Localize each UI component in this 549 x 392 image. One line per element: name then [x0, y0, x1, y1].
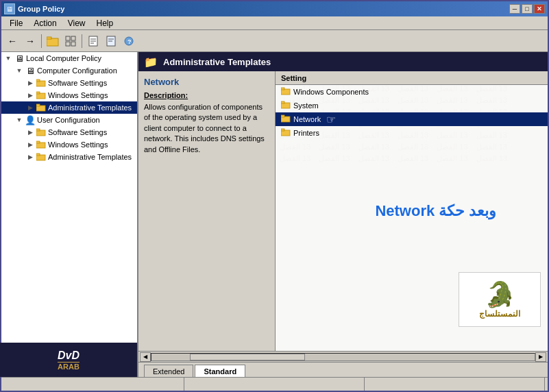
scroll-thumb[interactable]	[190, 354, 305, 360]
maximize-button[interactable]: □	[522, 4, 533, 14]
back-button[interactable]: ←	[4, 33, 21, 49]
titlebar-icon: 🖥	[4, 3, 15, 14]
titlebar-left: 🖥 Group Policy	[4, 3, 64, 14]
expander-user[interactable]: ▼	[14, 114, 25, 125]
svg-rect-32	[281, 115, 284, 117]
svg-rect-20	[36, 104, 40, 106]
svg-rect-0	[47, 38, 58, 46]
menu-action[interactable]: Action	[28, 17, 62, 29]
grid-button[interactable]	[62, 33, 79, 49]
icon-local: 🖥	[14, 53, 25, 64]
expander-comp-config[interactable]: ▼	[14, 65, 25, 76]
cursor-icon: ☞	[326, 113, 336, 126]
label-admin: Administrative Templates	[47, 103, 132, 112]
tab-standard[interactable]: Standard	[195, 365, 245, 377]
toolbar: ← → ?	[1, 30, 548, 52]
tab-bar: Extended Standard	[138, 362, 548, 377]
svg-rect-1	[47, 37, 51, 39]
label-user-soft: Software Settings	[47, 128, 107, 136]
logo-arabic-text: النمستلساج	[479, 309, 520, 319]
expander-admin[interactable]: ▶	[25, 102, 36, 113]
icon-win	[36, 90, 47, 101]
header-panel: 📁 Administrative Templates	[138, 52, 548, 71]
list-item-printers[interactable]: Printers	[276, 126, 548, 140]
list-item-windows-components[interactable]: Windows Components	[276, 85, 548, 99]
label-win: Windows Settings	[47, 91, 108, 99]
scroll-left[interactable]: ◀	[140, 352, 151, 362]
svg-rect-34	[281, 129, 284, 131]
label-soft: Software Settings	[47, 79, 107, 87]
folder-button[interactable]	[45, 33, 61, 49]
label-printers: Printers	[293, 129, 319, 137]
svg-rect-2	[66, 36, 70, 40]
expander-user-soft[interactable]: ▶	[25, 127, 36, 138]
forward-button[interactable]: →	[22, 33, 38, 49]
desc-text: Allows configuration of components of th…	[144, 102, 269, 155]
svg-text:?: ?	[127, 38, 132, 45]
logo-panel: 🐊 النمستلساج	[459, 272, 541, 327]
properties-button[interactable]	[103, 33, 119, 49]
brand-panel: DvD ARAB	[1, 343, 137, 377]
list-item-system[interactable]: System	[276, 99, 548, 112]
scrollbar: ◀ ▶	[138, 351, 548, 362]
expander-user-admin[interactable]: ▶	[25, 151, 36, 162]
svg-rect-4	[66, 42, 70, 46]
label-user: User Configuration	[36, 116, 100, 124]
scroll-track[interactable]	[151, 353, 535, 361]
tree-item-admin-templates[interactable]: ▶ Administrative Templates	[1, 101, 137, 114]
menu-file[interactable]: File	[4, 17, 28, 29]
tree-item-user-soft[interactable]: ▶ Software Settings	[1, 126, 137, 138]
tree-item-comp-config[interactable]: ▼ 🖥 Computer Configuration	[1, 64, 137, 77]
minimize-button[interactable]: ─	[509, 4, 520, 14]
svg-rect-22	[36, 129, 40, 131]
content-area: Network Description: Allows configuratio…	[138, 71, 548, 351]
menu-help[interactable]: Help	[91, 17, 119, 29]
expander-local[interactable]: ▼	[3, 53, 14, 64]
brand-content: DvD ARAB	[58, 350, 80, 371]
menubar: File Action View Help	[1, 16, 548, 30]
tree-item-user-admin[interactable]: ▶ Administrative Templates	[1, 151, 137, 163]
icon-admin	[36, 102, 47, 113]
expander-win[interactable]: ▶	[25, 90, 36, 101]
icon-system	[281, 100, 291, 111]
svg-rect-26	[36, 154, 40, 156]
icon-user-soft	[36, 127, 47, 138]
svg-rect-3	[71, 36, 75, 40]
icon-user-win	[36, 139, 47, 150]
close-button[interactable]: ✕	[534, 4, 545, 14]
svg-rect-5	[71, 42, 75, 46]
tree-item-user-config[interactable]: ▼ 👤 User Configuration	[1, 114, 137, 126]
titlebar-buttons: ─ □ ✕	[509, 4, 545, 14]
svg-rect-18	[36, 92, 40, 94]
label-network: Network	[293, 115, 321, 123]
right-pane: 📁 Administrative Templates Network Descr…	[138, 52, 548, 377]
croc-icon: 🐊	[485, 280, 515, 309]
tree-item-win-settings[interactable]: ▶ Windows Settings	[1, 89, 137, 101]
main-area: ▼ 🖥 Local Computer Policy ▼ 🖥 Computer C…	[1, 52, 548, 377]
brand-dvd: DvD	[58, 350, 80, 362]
tree-item-soft-settings[interactable]: ▶ Software Settings	[1, 77, 137, 89]
scroll-right[interactable]: ▶	[535, 352, 546, 362]
status-section-3	[365, 378, 545, 391]
expander-user-win[interactable]: ▶	[25, 139, 36, 150]
menu-view[interactable]: View	[62, 17, 91, 29]
tree-item-local[interactable]: ▼ 🖥 Local Computer Policy	[1, 52, 137, 64]
icon-user: 👤	[25, 114, 36, 125]
titlebar: 🖥 Group Policy ─ □ ✕	[1, 1, 548, 16]
icon-soft	[36, 77, 47, 88]
list-item-network[interactable]: Network ☞	[276, 112, 548, 126]
tree-pane[interactable]: ▼ 🖥 Local Computer Policy ▼ 🖥 Computer C…	[1, 52, 138, 377]
main-window: 🖥 Group Policy ─ □ ✕ File Action View He…	[0, 0, 549, 392]
svg-rect-30	[281, 101, 284, 103]
tab-extended[interactable]: Extended	[144, 365, 193, 377]
help-button[interactable]: ?	[121, 33, 137, 49]
header-icon: 📁	[144, 56, 158, 69]
icon-user-admin	[36, 151, 47, 162]
label-windows-components: Windows Components	[293, 88, 369, 96]
expander-soft[interactable]: ▶	[25, 77, 36, 88]
export-button[interactable]	[85, 33, 101, 49]
label-system: System	[293, 101, 319, 110]
status-section-1	[4, 378, 184, 391]
tree-item-user-win[interactable]: ▶ Windows Settings	[1, 138, 137, 151]
icon-network	[281, 114, 291, 125]
